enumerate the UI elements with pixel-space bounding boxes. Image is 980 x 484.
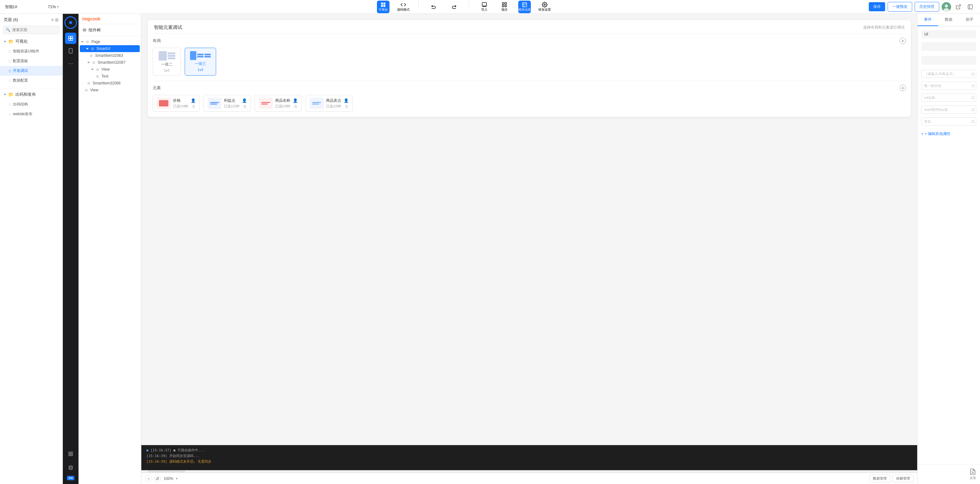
sidebar-item-smart-container[interactable]: □ 智能容器UI组件 (0, 46, 62, 56)
js-expression-input[interactable] (921, 70, 976, 78)
sidebar-item-dev-debug[interactable]: □ 开发调试 (0, 66, 62, 76)
class-input[interactable] (921, 117, 976, 125)
mode-visual-btn[interactable]: 可视化 (377, 1, 390, 13)
goods-point-sub: 已选1/3种 (326, 104, 341, 109)
external-link-btn[interactable] (954, 2, 963, 12)
unique-id-field: ⊡ (921, 82, 976, 90)
preview-button[interactable]: 一键预览 (888, 2, 912, 12)
element-options: 价格 已选1/4种 👤 🗑 (153, 95, 906, 112)
unique-id-input[interactable] (921, 82, 976, 90)
smartitem32063-icon: ⊙ (90, 54, 93, 58)
toolbar-undo-btn[interactable] (428, 1, 440, 13)
edit-attrs-btn[interactable]: + + 编辑其他属性 (921, 129, 976, 138)
feedback-btn[interactable]: 反馈 (969, 468, 976, 480)
react-key-field-row: ⊡ (921, 105, 976, 114)
price-info: 价格 已选1/4种 (173, 98, 188, 109)
sidebar-item-data-config[interactable]: □ 数据配置 (0, 76, 62, 86)
toolbar-devset-btn[interactable]: 研发设置 (538, 1, 551, 13)
icon-strip: ··· ON (63, 14, 78, 484)
toolbar-module-btn[interactable]: 模块信息 (518, 1, 531, 13)
toolbar-redo-btn[interactable] (448, 1, 460, 13)
horizontal-scrollbar[interactable] (142, 470, 917, 473)
svg-rect-17 (68, 39, 70, 40)
tree-node-view2[interactable]: ⊙ View (78, 87, 141, 94)
zoom-minus-btn[interactable]: − (145, 475, 152, 482)
tree-node-smartitem32068[interactable]: ⊙ SmartItem32068 (78, 80, 141, 87)
search-input[interactable] (3, 26, 59, 34)
data-manage-btn[interactable]: 数据管理 (869, 474, 890, 482)
zoom-control[interactable]: 71% ▾ (48, 5, 59, 9)
strip-more-btn[interactable]: ··· (65, 58, 76, 69)
ref-input[interactable] (921, 94, 976, 102)
sidebar-item-webide[interactable]: □ webide发布 (0, 109, 62, 119)
toolbar-project-btn[interactable]: 项目 (498, 1, 511, 13)
bottom-bar-right: 数据管理 依赖管理 (869, 474, 913, 482)
zoom-dropdown-arrow[interactable]: ▾ (176, 477, 177, 480)
tree-node-view1[interactable]: ⊙ View (78, 66, 141, 73)
strip-component-btn[interactable] (65, 33, 76, 44)
app-title: 智能UI (5, 4, 43, 10)
right-panel-tabs: 事件 数据 助手 (918, 14, 980, 26)
tree-node-page[interactable]: ⊙ Page (78, 38, 141, 45)
sidebar-header-icons: ≡ ⊞ (51, 17, 59, 22)
element-option-goods-name[interactable]: 商品名称 已选1/4种 👤 🗑 (255, 95, 302, 112)
smart-panel-header: 智能元素调试 选择布局和元素进行调试 (148, 20, 911, 33)
tree-node-smartui[interactable]: ⊙ SmartUI (80, 45, 140, 52)
edit-attrs-plus-icon: + (921, 132, 923, 136)
zoom-reset-btn[interactable]: ↺ (154, 475, 161, 482)
toolbar-import-btn[interactable]: 导入 (478, 1, 491, 13)
element-option-price[interactable]: 价格 已选1/4种 👤 🗑 (153, 95, 200, 112)
strip-phone-btn[interactable] (65, 45, 76, 57)
element-add-btn[interactable]: + (900, 85, 906, 91)
goods-name-thumb (259, 98, 273, 109)
sidebar-item-dev-debug-label: 开发调试 (13, 68, 28, 73)
svg-rect-13 (968, 5, 972, 9)
sidebar-pages-header: 页面 (6) ≡ ⊞ (0, 14, 62, 24)
strip-db-btn[interactable] (65, 462, 76, 473)
layout-option-1x3[interactable]: 一排三 1x3 (185, 48, 216, 76)
strip-settings-btn[interactable] (65, 448, 76, 460)
grid-view-icon[interactable]: ⊞ (55, 17, 59, 22)
layout-section: 布局 + (148, 33, 911, 81)
tab-helper[interactable]: 助手 (959, 14, 980, 26)
mode-source-btn[interactable]: 源码模式 (397, 1, 410, 13)
sidebar-group-visual-header[interactable]: 📁 可视化 (0, 36, 62, 46)
tab-data[interactable]: 数据 (938, 14, 959, 26)
element-option-goods-point[interactable]: 商品卖点 已选1/3种 👤 🗑 (305, 95, 353, 112)
element-section-header: 元素 + (153, 81, 906, 91)
tree-node-smartitem32063[interactable]: ⊙ SmartItem32063 (78, 52, 141, 59)
editor-canvas: 智能元素调试 选择布局和元素进行调试 布局 + (142, 14, 917, 484)
element-option-benefit[interactable]: 利益点 已选1/2种 👤 🗑 (204, 95, 251, 112)
svg-rect-23 (69, 454, 70, 456)
strip-on-badge[interactable]: ON (67, 476, 75, 480)
benefit-delete-icon[interactable]: 🗑 (243, 104, 247, 109)
page-icon-dev: □ (9, 69, 11, 73)
sidebar-group-publish-header[interactable]: 📁 出码和发布 (0, 89, 62, 100)
tab-event[interactable]: 事件 (918, 14, 938, 26)
tree-node-text1[interactable]: ⊙ Text (78, 73, 141, 80)
goods-point-delete-icon[interactable]: 🗑 (345, 104, 348, 109)
layout-option-1x2[interactable]: 一排二 1x2 (153, 48, 181, 76)
page-node-icon: ⊙ (86, 40, 89, 44)
benefit-thumb (208, 98, 221, 109)
react-key-field: ⊡ (921, 105, 976, 114)
price-delete-icon[interactable]: 🗑 (192, 104, 196, 109)
target-icon-btn[interactable] (64, 16, 77, 29)
svg-rect-2 (381, 5, 383, 6)
mode-visual-label: 可视化 (379, 8, 388, 12)
sidebar-item-config-panel-label: 配置面板 (13, 59, 28, 64)
sidebar-item-export[interactable]: □ 出码结构 (0, 100, 62, 109)
tree-node-smartitem32067[interactable]: ⊙ SmartItem32067 (78, 59, 141, 66)
dep-manage-btn[interactable]: 依赖管理 (892, 474, 913, 482)
app-layout: 页面 (6) ≡ ⊞ 🔍 📁 可视化 □ 智能容器UI组件 □ 配置面板 (0, 14, 980, 484)
goods-name-delete-icon[interactable]: 🗑 (294, 104, 298, 109)
list-view-icon[interactable]: ≡ (51, 17, 54, 22)
group-visual-toggle (4, 41, 6, 42)
layout-add-btn[interactable]: + (900, 38, 906, 44)
sidebar-toggle-btn[interactable] (966, 2, 975, 12)
avatar[interactable] (942, 2, 951, 12)
sidebar-item-config-panel[interactable]: □ 配置面板 (0, 56, 62, 66)
history-button[interactable]: 历史快照 (915, 2, 939, 12)
react-key-input[interactable] (921, 105, 976, 114)
save-button[interactable]: 保存 (869, 2, 885, 11)
